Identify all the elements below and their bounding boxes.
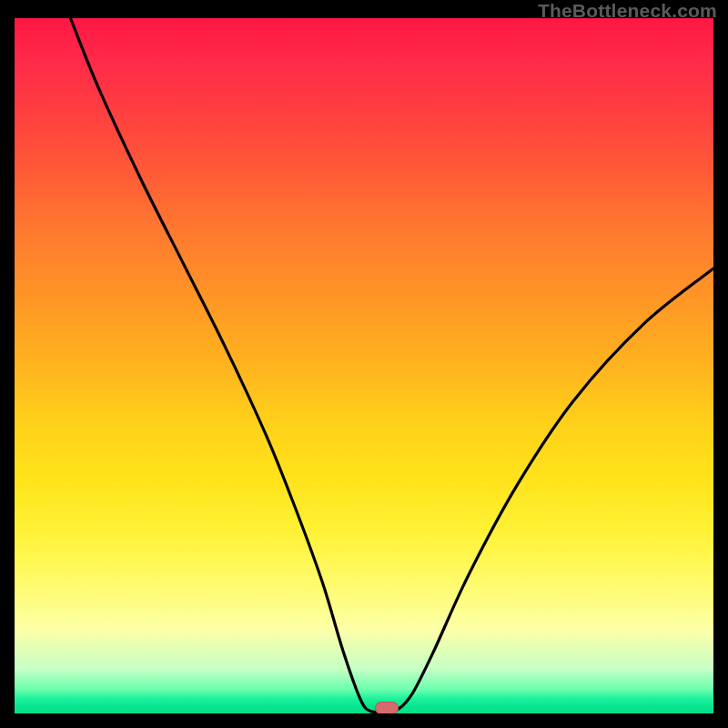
chart-frame: TheBottleneck.com — [0, 0, 728, 728]
optimum-marker — [375, 702, 399, 713]
bottleneck-curve — [15, 18, 713, 713]
plot-area — [15, 18, 713, 713]
watermark-text: TheBottleneck.com — [538, 0, 717, 22]
